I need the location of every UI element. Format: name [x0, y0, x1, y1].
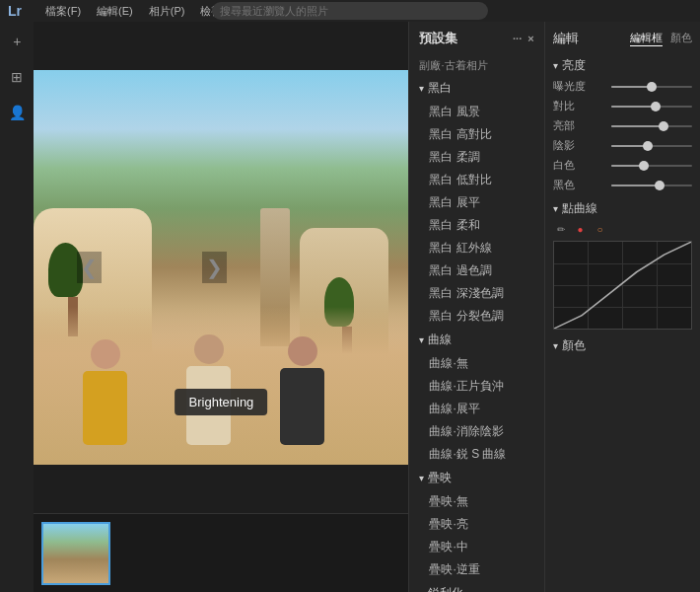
color-label: 顏色 [562, 337, 586, 354]
highlights-row: 亮部 [553, 118, 692, 133]
panel-header: 編輯 編輯框 顏色 [553, 30, 692, 47]
preset-overlay-4[interactable]: 疊映·逆重 [409, 558, 543, 581]
person-1 [83, 339, 127, 445]
chevron-bw: ▾ [419, 83, 424, 94]
preset-bw-6[interactable]: 黑白 柔和 [409, 214, 543, 237]
section-bw[interactable]: ▾ 黑白 [409, 76, 543, 101]
tone-curve-canvas [553, 241, 692, 330]
presets-title: 預設集 [419, 30, 457, 47]
search-input[interactable] [220, 5, 480, 17]
tone-curve-section: ▾ 點曲線 ✏ ● ○ [553, 200, 692, 330]
preset-bw-5[interactable]: 黑白 展平 [409, 191, 543, 214]
presets-more[interactable]: ··· [513, 33, 522, 44]
contrast-row: 對比 [553, 99, 692, 113]
presets-close[interactable]: × [527, 33, 533, 44]
tone-curve-text: 點曲線 [562, 200, 597, 217]
main-layout: + ⊞ 👤 ❮ ❯ [0, 22, 700, 592]
panel-title: 編輯 [553, 30, 579, 47]
preset-curve-4[interactable]: 曲線·消除陰影 [409, 420, 543, 443]
app-logo: Lr [8, 3, 22, 19]
menu-edit[interactable]: 編輯(E) [97, 4, 133, 19]
curves-items: 曲線·無 曲線·正片負沖 曲線·展平 曲線·消除陰影 曲線·鋭 S 曲線 [409, 352, 543, 466]
chevron-brightness: ▾ [553, 60, 558, 71]
chevron-color: ▾ [553, 340, 558, 351]
preset-overlay-2[interactable]: 疊映·亮 [409, 513, 543, 536]
black-track[interactable] [611, 185, 692, 186]
chevron-curve: ▾ [553, 203, 558, 214]
curve-edit-icon[interactable]: ✏ [553, 221, 569, 237]
section-overlay[interactable]: ▾ 疊映 [409, 466, 543, 490]
tone-curve-label: ▾ 點曲線 [553, 200, 692, 217]
section-curves[interactable]: ▾ 曲線 [409, 328, 543, 352]
curve-orange-icon[interactable]: ○ [593, 221, 608, 237]
shadows-label: 陰影 [553, 138, 607, 153]
people-icon[interactable]: 👤 [5, 101, 29, 124]
preset-bw-10[interactable]: 黑白 分裂色調 [409, 305, 543, 328]
preset-curve-5[interactable]: 曲線·鋭 S 曲線 [409, 443, 543, 466]
curve-red-icon[interactable]: ● [573, 221, 589, 237]
brightness-label: 亮度 [562, 57, 586, 74]
presets-header: 預設集 ··· × [409, 22, 543, 55]
brightness-section-header[interactable]: ▾ 亮度 [553, 57, 692, 74]
preset-overlay-3[interactable]: 疊映·中 [409, 536, 543, 558]
nav-right-arrow[interactable]: ❯ [202, 252, 227, 283]
tab-edit[interactable]: 編輯框 [630, 31, 663, 46]
black-label: 黑色 [553, 178, 607, 192]
preset-bw-7[interactable]: 黑白 紅外線 [409, 237, 543, 259]
grid-icon[interactable]: ⊞ [5, 65, 29, 89]
preset-curve-2[interactable]: 曲線·正片負沖 [409, 375, 543, 398]
film-thumb-1[interactable] [41, 522, 110, 585]
preset-bw-1[interactable]: 黑白 風景 [409, 101, 543, 123]
left-sidebar: + ⊞ 👤 [0, 22, 34, 592]
white-label: 白色 [553, 158, 607, 173]
center-content: ❮ ❯ [34, 22, 408, 592]
exposure-label: 曝光度 [553, 79, 607, 94]
preset-curve-1[interactable]: 曲線·無 [409, 352, 543, 375]
white-track[interactable] [611, 165, 692, 167]
preset-bw-4[interactable]: 黑白 低對比 [409, 169, 543, 191]
section-curves-label: 曲線 [428, 332, 452, 348]
contrast-track[interactable] [611, 106, 692, 108]
shadows-row: 陰影 [553, 138, 692, 153]
preset-bw-9[interactable]: 黑白 深淺色調 [409, 282, 543, 305]
black-row: 黑色 [553, 178, 692, 192]
section-bw-label: 黑白 [428, 80, 452, 97]
section-sharpen[interactable]: ▸ 鋭利化 [409, 581, 543, 592]
exposure-track[interactable] [611, 86, 692, 88]
section-sharpen-label: 鋭利化 [428, 585, 463, 592]
filmstrip [34, 513, 408, 592]
menu-photo[interactable]: 相片(P) [149, 4, 185, 19]
contrast-label: 對比 [553, 99, 607, 113]
person-3 [280, 336, 324, 445]
highlights-track[interactable] [611, 125, 692, 127]
shadows-track[interactable] [611, 145, 692, 147]
menu-file[interactable]: 檔案(F) [45, 4, 81, 19]
chevron-sharpen: ▸ [419, 588, 424, 592]
exposure-row: 曝光度 [553, 79, 692, 94]
overlay-items: 疊映·無 疊映·亮 疊映·中 疊映·逆重 [409, 490, 543, 581]
tab-color[interactable]: 顏色 [670, 31, 692, 46]
preset-bw-3[interactable]: 黑白 柔調 [409, 146, 543, 169]
menu-bar: Lr 檔案(F) 編輯(E) 相片(P) 檢視(V) 說明(H) [0, 0, 700, 22]
color-section-header[interactable]: ▾ 顏色 [553, 337, 692, 354]
preset-curve-3[interactable]: 曲線·展平 [409, 398, 543, 420]
right-panel: 編輯 編輯框 顏色 ▾ 亮度 曝光度 對比 亮部 [545, 22, 700, 592]
preset-bw-8[interactable]: 黑白 過色調 [409, 259, 543, 282]
highlights-label: 亮部 [553, 118, 607, 133]
people-area [34, 307, 408, 465]
presets-panel: 預設集 ··· × 副廠·古着相片 ▾ 黑白 黑白 風景 黑白 高對比 黑白 柔… [408, 22, 544, 592]
add-icon[interactable]: + [5, 30, 29, 53]
bw-items: 黑白 風景 黑白 高對比 黑白 柔調 黑白 低對比 黑白 展平 黑白 柔和 黑白… [409, 101, 543, 328]
photo-area: ❮ ❯ [34, 22, 408, 513]
chevron-curves: ▾ [419, 334, 424, 345]
photo-tooltip: Brightening [175, 389, 268, 415]
search-bar[interactable] [212, 0, 488, 22]
white-row: 白色 [553, 158, 692, 173]
presets-actions: ··· × [513, 33, 534, 44]
section-overlay-label: 疊映 [428, 470, 452, 486]
chevron-overlay: ▾ [419, 473, 424, 483]
nav-left-arrow[interactable]: ❮ [77, 252, 102, 283]
preset-overlay-1[interactable]: 疊映·無 [409, 490, 543, 513]
preset-bw-2[interactable]: 黑白 高對比 [409, 123, 543, 146]
panel-tabs: 編輯框 顏色 [630, 31, 692, 46]
